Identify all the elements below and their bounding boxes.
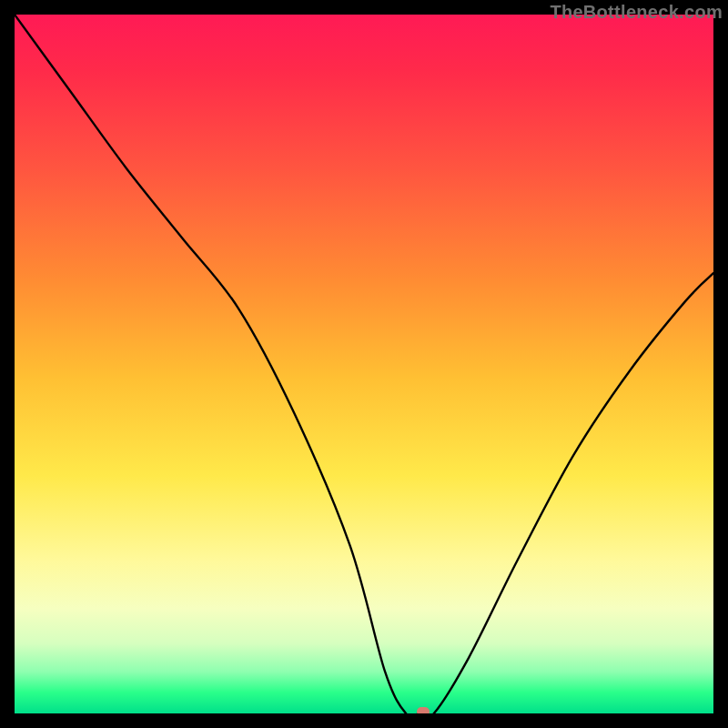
watermark-text: TheBottleneck.com <box>550 2 723 23</box>
bottleneck-curve <box>15 15 713 713</box>
optimum-marker <box>417 707 430 713</box>
plot-area <box>15 15 713 713</box>
frame: TheBottleneck.com <box>0 0 728 728</box>
